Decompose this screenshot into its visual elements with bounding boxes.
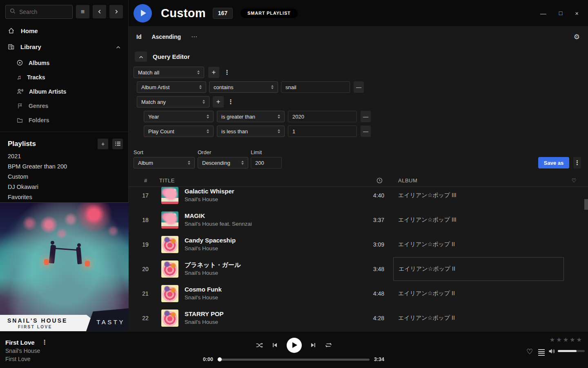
sidebar-item-tracks[interactable]: ♫ Tracks [0,70,128,84]
track-album[interactable]: エイリアン☆ポップ III [393,208,564,232]
gear-icon[interactable]: ⚙ [574,33,580,41]
playlist-item[interactable]: Custom [0,171,128,182]
now-playing-menu-icon[interactable]: ⋮ [42,339,48,346]
table-row[interactable]: 20 プラネット・ガールSnail's House 3:48 エイリアン☆ポップ… [129,257,588,281]
progress-bar[interactable] [218,359,370,361]
column-album[interactable]: ALBUM [398,174,417,187]
sort-field-button[interactable]: Id [136,34,141,40]
playlist-item[interactable]: Favorites [0,192,128,202]
sort-select[interactable]: Album [134,157,195,168]
rule-field-select[interactable]: Year [144,111,214,122]
nav-forward-button[interactable] [109,5,123,18]
remove-rule-button[interactable]: — [361,126,371,137]
maximize-icon: □ [559,10,562,16]
table-row[interactable]: 19 Candy SpaceshipSnail's House 3:09 エイリ… [129,232,588,257]
table-row[interactable]: 17 Galactic WhisperSnail's House 4:40 エイ… [129,187,588,208]
volume-slider[interactable] [558,350,585,352]
playlist-item[interactable]: BPM Greater than 200 [0,161,128,171]
search-box[interactable] [5,5,73,19]
select-arrows-icon [194,70,200,74]
track-table-header: # TITLE ALBUM ♡ [129,174,588,187]
match-type-select[interactable]: Match any [137,96,209,108]
star-icon[interactable]: ★ [550,336,555,343]
favorite-heart-icon[interactable]: ♡ [526,347,533,356]
window-minimize-button[interactable]: — [540,10,546,17]
window-maximize-button[interactable]: □ [559,10,562,16]
play-button[interactable] [287,338,302,353]
rule-field-select[interactable]: Play Count [144,126,214,137]
save-menu-icon[interactable]: ⋮ [573,157,581,168]
order-select[interactable]: Descending [198,157,248,168]
rule-operator-select[interactable]: is greater than [217,111,285,122]
sidebar-item-albums[interactable]: Albums [0,56,128,70]
column-title[interactable]: TITLE [159,174,175,187]
play-playlist-button[interactable] [134,4,152,22]
remove-rule-button[interactable]: — [354,81,364,93]
query-editor-collapse-button[interactable] [135,52,147,62]
table-row[interactable]: 21 Cosmo FunkSnail's House 4:48 エイリアン☆ポッ… [129,281,588,306]
track-thumbnail [161,236,178,253]
table-row[interactable]: 22 STARRY POPSnail's House 4:28 エイリアン☆ポッ… [129,306,588,330]
add-rule-button[interactable]: + [208,67,219,78]
track-album[interactable]: エイリアン☆ポップ II [393,282,564,305]
save-as-button[interactable]: Save as [538,157,569,168]
duration-clock-icon[interactable] [376,174,383,187]
queue-icon[interactable] [538,349,545,356]
sidebar-item-folders[interactable]: Folders [0,113,128,127]
sidebar-item-home[interactable]: Home [0,23,128,38]
sidebar-item-library[interactable]: Library [0,39,128,54]
sidebar: ≡ Home Library Albums ♫ Tracks Album Art… [0,0,129,331]
track-album[interactable]: エイリアン☆ポップ II [393,306,564,330]
home-icon [8,27,15,34]
star-icon[interactable]: ★ [563,336,568,343]
track-album[interactable]: エイリアン☆ポップ III [393,187,564,207]
repeat-icon[interactable] [325,342,332,348]
previous-track-icon[interactable] [272,342,278,348]
star-icon[interactable]: ★ [570,336,575,343]
player-bar: First Love ⋮ Snail's House First Love 0:… [0,331,588,368]
rule-field-select[interactable]: Album Artist [137,81,206,93]
folder-icon [17,117,23,123]
scrollbar-thumb[interactable] [584,199,588,210]
sidebar-item-genres[interactable]: Genres [0,99,128,113]
divider [0,132,128,132]
rule-operator-select[interactable]: is less than [217,126,285,137]
limit-input[interactable] [251,157,282,168]
match-type-select[interactable]: Match all [134,67,204,78]
sidebar-item-album-artists[interactable]: Album Artists [0,84,128,99]
nav-back-button[interactable] [93,5,106,18]
progress-knob[interactable] [218,357,222,361]
sort-direction-button[interactable]: Ascending [151,34,181,40]
now-playing-title: First Love [5,339,35,346]
rule-value-input[interactable] [281,81,350,93]
column-favorite-heart-icon[interactable]: ♡ [572,174,577,187]
playlist-item[interactable]: DJ Okawari [0,182,128,192]
star-icon[interactable]: ★ [556,336,561,343]
track-album-focused[interactable]: エイリアン☆ポップ II [393,257,564,281]
remove-rule-button[interactable]: — [361,111,371,122]
rule-operator-select[interactable]: contains [209,81,278,93]
table-row[interactable]: 18 MAGIKSnail's House feat. Sennzai 3:37… [129,208,588,232]
playlist-item[interactable]: 2021 [0,151,128,161]
track-title: Cosmo Funk [185,285,222,294]
column-number[interactable]: # [144,174,147,187]
more-options-icon[interactable]: ⋯ [191,33,198,40]
group-menu-icon[interactable]: ⋮ [223,69,231,76]
window-close-button[interactable]: × [575,10,579,17]
menu-toggle-button[interactable]: ≡ [76,5,89,18]
sidebar-item-label: Home [21,27,38,34]
star-icon[interactable]: ★ [577,336,582,343]
next-track-icon[interactable] [310,342,316,348]
now-playing-album-art[interactable]: SNAIL'S HOUSE FIRST LOVE TASTY [0,202,129,331]
volume-icon[interactable] [548,348,556,356]
add-rule-button[interactable]: + [213,96,224,108]
group-menu-icon[interactable]: ⋮ [227,98,234,105]
playlist-list-button[interactable] [112,139,123,149]
chevron-up-icon[interactable] [116,43,120,50]
rule-value-input[interactable] [288,126,357,137]
track-album[interactable]: エイリアン☆ポップ II [393,233,564,256]
add-playlist-button[interactable]: + [98,139,108,149]
shuffle-icon[interactable] [256,342,263,348]
list-icon [115,141,120,147]
rule-value-input[interactable] [288,111,357,122]
